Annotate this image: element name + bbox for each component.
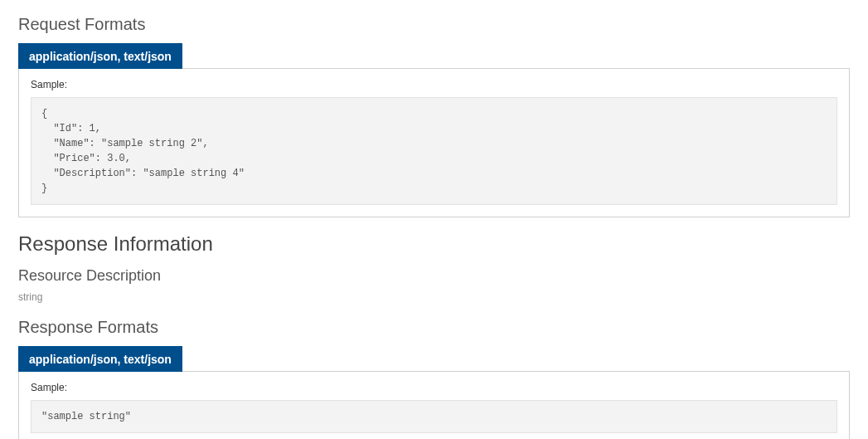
request-formats-heading: Request Formats [18, 15, 850, 34]
request-sample-panel: Sample: { "Id": 1, "Name": "sample strin… [18, 68, 850, 217]
request-sample-label: Sample: [31, 79, 837, 90]
response-tab-json[interactable]: application/json, text/json [18, 346, 182, 372]
request-tab-json[interactable]: application/json, text/json [18, 43, 182, 69]
response-information-heading: Response Information [18, 232, 850, 256]
response-sample-code: "sample string" [31, 400, 837, 433]
response-formats-heading: Response Formats [18, 318, 850, 337]
response-sample-label: Sample: [31, 382, 837, 393]
resource-description-heading: Resource Description [18, 267, 850, 285]
response-sample-panel: Sample: "sample string" [18, 371, 850, 439]
resource-type-label: string [18, 291, 850, 303]
request-sample-code: { "Id": 1, "Name": "sample string 2", "P… [31, 97, 837, 205]
